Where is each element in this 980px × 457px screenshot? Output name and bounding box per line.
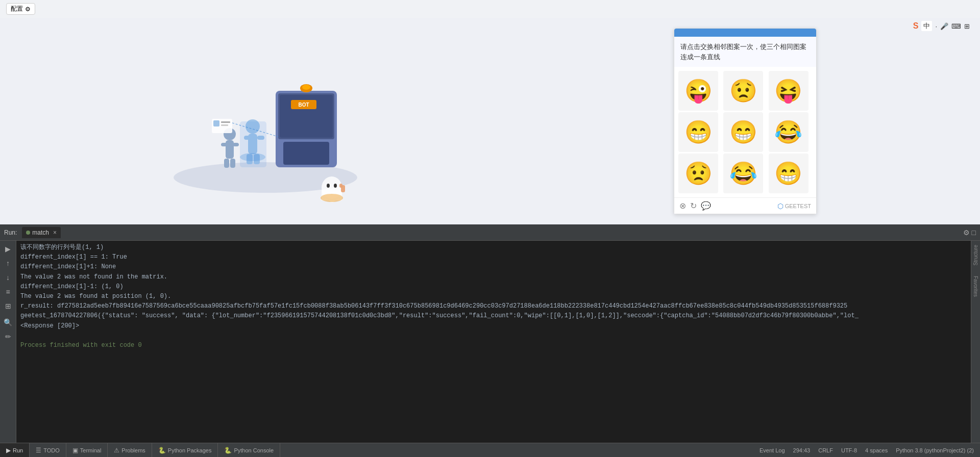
browser-toolbar: 配置 ⚙: [0, 0, 980, 18]
refresh-captcha-icon[interactable]: ↻: [690, 201, 697, 211]
chinese-input-icon[interactable]: 中: [921, 21, 932, 31]
voice-icon[interactable]: 🎤: [940, 22, 948, 30]
python-console-icon: 🐍: [224, 447, 232, 454]
scroll-down-btn[interactable]: ↓: [2, 271, 14, 284]
tab-python-console[interactable]: 🐍 Python Console: [218, 443, 280, 457]
tab-run[interactable]: ▶ Run: [0, 443, 30, 457]
svg-rect-20: [233, 143, 239, 146]
svg-point-36: [321, 194, 343, 202]
console-line: [20, 331, 967, 341]
svg-rect-24: [213, 120, 219, 126]
structure-label[interactable]: Structure: [973, 245, 978, 266]
ide-left-sidebar: ▶ ↑ ↓ ≡ ⊞ 🔍 ✏: [0, 241, 16, 443]
run-tab-name: match: [32, 229, 49, 236]
tab-run-label: Run: [13, 447, 23, 453]
tab-problems-label: Problems: [121, 447, 145, 453]
soft-wrap-btn[interactable]: ≡: [2, 286, 14, 298]
close-captcha-icon[interactable]: ⊗: [679, 201, 686, 211]
tab-todo[interactable]: ☰ TODO: [30, 443, 66, 457]
browser-area: 配置 ⚙ BOT: [0, 0, 980, 224]
problems-icon: ⚠: [114, 447, 119, 454]
captcha-widget: 请点击交换相邻图案一次，使三个相同图案连成一条直线 😜 😟 😝 😁 😁 😂 😟 …: [674, 28, 817, 214]
tab-terminal[interactable]: ▣ Terminal: [66, 443, 108, 457]
geetest-label: ⬡ GEETEST: [777, 202, 811, 210]
ide-area: Run: match × ⚙ □ ▶ ↑ ↓ ≡ ⊞ 🔍 ✏ 该不同数字的行列号…: [0, 224, 980, 457]
status-bar: ▶ Run ☰ TODO ▣ Terminal ⚠ Problems 🐍 Pyt…: [0, 443, 980, 457]
captcha-cell-3[interactable]: 😁: [678, 112, 718, 152]
tab-todo-label: TODO: [43, 447, 60, 453]
run-label: Run:: [4, 229, 17, 236]
gear-icon: ⚙: [25, 6, 31, 13]
geetest-icon: ⬡: [777, 202, 783, 210]
settings-icon-btn[interactable]: ⚙: [963, 229, 970, 237]
favorites-label[interactable]: Favorites: [973, 276, 978, 297]
captcha-footer: ⊗ ↻ 💬 ⬡ GEETEST: [674, 197, 816, 214]
svg-point-5: [302, 85, 310, 90]
line-ending: CRLF: [818, 447, 833, 453]
console-line: r_result: df275812ad5eeb7fb89416e7587569…: [20, 301, 967, 311]
run-tab[interactable]: match ×: [22, 227, 61, 238]
svg-rect-19: [221, 143, 227, 146]
keyboard-icon[interactable]: ⌨: [951, 22, 961, 30]
svg-rect-26: [221, 124, 228, 126]
sogou-icon[interactable]: S: [913, 21, 919, 31]
status-right: Event Log 294:43 CRLF UTF-8 4 spaces Pyt…: [760, 447, 980, 453]
console-line: different_index[1]+1: None: [20, 262, 967, 272]
console-line: different_index[1] == 1: True: [20, 252, 967, 262]
run-tab-close[interactable]: ×: [53, 229, 57, 236]
captcha-cell-0[interactable]: 😜: [678, 71, 718, 111]
svg-rect-25: [221, 121, 230, 123]
run-sidebar-btn[interactable]: ▶: [2, 243, 14, 255]
console-output[interactable]: 该不同数字的行列号是(1, 1) different_index[1] == 1…: [16, 241, 971, 443]
tab-terminal-label: Terminal: [80, 447, 102, 453]
captcha-grid: 😜 😟 😝 😁 😁 😂 😟 😂 😁: [674, 67, 816, 197]
edit-btn[interactable]: ✏: [2, 331, 14, 343]
svg-rect-35: [339, 184, 342, 188]
terminal-icon: ▣: [72, 447, 78, 454]
structure-sidebar: Structure Favorites: [971, 241, 980, 443]
console-line: different_index[1]-1: (1, 0): [20, 282, 967, 292]
console-line: The value 2 was found at position (1, 0)…: [20, 292, 967, 301]
console-line-exit: Process finished with exit code 0: [20, 341, 967, 350]
python-packages-icon: 🐍: [158, 447, 166, 454]
maximize-icon-btn[interactable]: □: [972, 229, 976, 237]
svg-point-32: [327, 184, 330, 188]
tab-python-packages[interactable]: 🐍 Python Packages: [152, 443, 218, 457]
punctuation-icon[interactable]: ·: [935, 22, 937, 30]
robot-svg: BOT: [163, 40, 368, 203]
captcha-instructions: 请点击交换相邻图案一次，使三个相同图案连成一条直线: [674, 37, 816, 67]
svg-rect-18: [226, 140, 234, 159]
find-btn[interactable]: 🔍: [2, 316, 14, 328]
config-label: 配置: [11, 5, 23, 13]
captcha-cell-1[interactable]: 😟: [723, 71, 763, 111]
cursor-position: 294:43: [793, 447, 811, 453]
captcha-cell-2[interactable]: 😝: [769, 71, 808, 111]
indent: 4 spaces: [865, 447, 888, 453]
config-button[interactable]: 配置 ⚙: [6, 3, 35, 15]
run-toolbar-icons: ⚙ □: [963, 229, 976, 237]
split-btn[interactable]: ⊞: [2, 300, 14, 312]
input-toolbar: S 中 · 🎤 ⌨ ⊞: [913, 21, 970, 31]
input-settings-icon[interactable]: ⊞: [964, 22, 970, 30]
scroll-up-btn[interactable]: ↑: [2, 257, 14, 269]
event-log[interactable]: Event Log: [760, 447, 785, 453]
console-line: geetest_1678704227806({"status": "succes…: [20, 311, 967, 321]
captcha-cell-7[interactable]: 😂: [723, 154, 763, 193]
run-icon: ▶: [6, 447, 11, 454]
help-captcha-icon[interactable]: 💬: [701, 201, 711, 211]
captcha-header: [674, 29, 816, 37]
captcha-cell-4[interactable]: 😁: [723, 112, 763, 152]
python-version[interactable]: Python 3.8 (pythonProject2) (2): [896, 447, 974, 453]
tab-problems[interactable]: ⚠ Problems: [108, 443, 152, 457]
todo-icon: ☰: [36, 447, 41, 454]
ide-main: ▶ ↑ ↓ ≡ ⊞ 🔍 ✏ 该不同数字的行列号是(1, 1) different…: [0, 241, 980, 443]
captcha-cell-5[interactable]: 😂: [769, 112, 808, 152]
status-tabs: ▶ Run ☰ TODO ▣ Terminal ⚠ Problems 🐍 Pyt…: [0, 443, 280, 457]
run-dot: [26, 231, 30, 235]
robot-illustration: BOT: [163, 32, 368, 211]
browser-content: BOT: [0, 18, 980, 224]
captcha-cell-6[interactable]: 😟: [678, 154, 718, 193]
captcha-footer-actions: ⊗ ↻ 💬: [679, 201, 711, 211]
captcha-cell-8[interactable]: 😁: [769, 154, 808, 193]
svg-rect-8: [283, 142, 329, 165]
